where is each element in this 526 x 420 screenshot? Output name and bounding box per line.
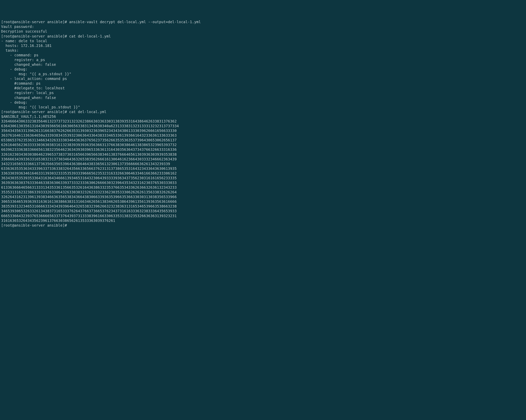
terminal-line: 3432316565333661373635663565396436386464… — [1, 161, 525, 166]
terminal-line: changed_when: false — [1, 62, 525, 67]
terminal-line: 3835393132346531666633343439396464326538… — [1, 204, 525, 209]
terminal-line: [root@ansible-server ansible]# ansible-v… — [1, 20, 525, 24]
terminal-line: 3564343563313962613166383762626635313930… — [1, 128, 525, 133]
terminal-line: 6538653762353631346634326333303464363637… — [1, 138, 525, 142]
terminal-line: 3363303936346164633139303233353539333966… — [1, 171, 525, 176]
terminal-output[interactable]: [root@ansible-server ansible]# ansible-v… — [1, 20, 525, 228]
terminal-line: 6639623336383366656138323564623634393039… — [1, 147, 525, 152]
terminal-line: 3161636532643435623961376630386562613533… — [1, 218, 525, 223]
terminal-line: Decryption successful — [1, 29, 525, 34]
terminal-line: 3261623034303038646239653738373031656639… — [1, 152, 525, 157]
terminal-line: 3639363630376333646338363063393733323336… — [1, 180, 525, 185]
terminal-line: #delegate_to: localhost — [1, 86, 525, 90]
terminal-line: [root@ansible-server ansible]# cat del-l… — [1, 34, 525, 39]
terminal-line: 6261646562363333303630383161323839393936… — [1, 142, 525, 147]
terminal-line: 3634303535393533643163643466613934653164… — [1, 176, 525, 180]
terminal-line: - name: dele to local — [1, 39, 525, 43]
terminal-line: tasks: — [1, 48, 525, 53]
terminal-prompt[interactable]: [root@ansible-server ansible]# — [1, 223, 525, 228]
terminal-line: 6364306130356131643039366561663065633831… — [1, 124, 525, 128]
terminal-line: register: a_ps — [1, 58, 525, 62]
terminal-line: 3465393065326332613438373165333762643766… — [1, 209, 525, 213]
terminal-line: - local_action: command ps — [1, 76, 525, 81]
terminal-line: #command: ps — [1, 81, 525, 86]
terminal-line: 3262643162313961393834663635653834366438… — [1, 195, 525, 199]
terminal-line: - command: ps — [1, 53, 525, 58]
terminal-line: 3065336465393639316361613038663831316634… — [1, 199, 525, 204]
terminal-line: changed_when: false — [1, 95, 525, 100]
terminal-line: 6133636664656631333134353361356635326164… — [1, 185, 525, 190]
terminal-line: $ANSIBLE_VAULT;1.1;AES256 — [1, 114, 525, 119]
terminal-line: 3637616461336364650a33393834353932306364… — [1, 133, 525, 138]
terminal-line: 3366663439336331653832313730346436326538… — [1, 157, 525, 161]
terminal-line: [root@ansible-server ansible]# cat del-l… — [1, 110, 525, 114]
terminal-line: 3535313162323863393332633064326330303232… — [1, 190, 525, 195]
terminal-line: msg: "{{ local_ps.stdout }}" — [1, 105, 525, 110]
terminal-line: - debug: — [1, 67, 525, 72]
terminal-line: Vault password: — [1, 24, 525, 29]
terminal-line: register: local_ps — [1, 90, 525, 95]
terminal-line: 6665336643239376536666563373764393731333… — [1, 214, 525, 218]
terminal-line: 3264666430633238356461323737323132326238… — [1, 119, 525, 124]
terminal-line: 6336363535363433396337336338326435663365… — [1, 166, 525, 171]
terminal-line: msg: "{{ a_ps.stdout }}" — [1, 72, 525, 76]
terminal-line: hosts: 172.16.216.181 — [1, 43, 525, 48]
terminal-line: - debug: — [1, 100, 525, 105]
